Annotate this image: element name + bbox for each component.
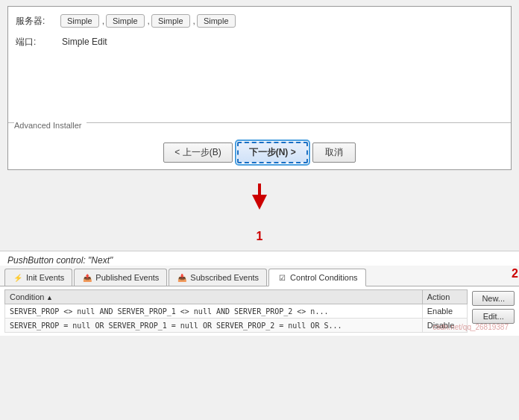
new-button[interactable]: New... [472,291,515,306]
advanced-installer-bar: Advanced Installer [8,122,511,137]
tab-control-conditions[interactable]: ☑ Control Conditions [268,269,366,286]
table-row[interactable]: SERVER_PROP <> null AND SERVER_PROP_1 <>… [5,304,468,319]
annotation-area: 1 [0,176,519,251]
dialog-buttons: < 上一步(B) 下一步(N) > 取消 [8,142,511,163]
port-value: Simple Edit [60,35,109,48]
server-row: 服务器: Simple , Simple , Simple , Simple [16,14,503,28]
arrow-head [252,195,267,210]
condition-column-header[interactable]: Condition [5,290,423,304]
cancel-button[interactable]: 取消 [312,142,356,163]
annotation-number-1: 1 [257,230,263,243]
panel-title: PushButton control: "Next" [0,251,519,266]
table-buttons: 2 New... Edit... csdn.net/qq_26819387 [472,289,515,333]
main-dialog: 服务器: Simple , Simple , Simple , Simple 端… [7,6,512,170]
table-area: Condition Action SERVER_PROP <> null AND… [0,286,519,336]
subscribed-events-icon: 📥 [177,272,187,283]
port-row: 端口: Simple Edit [16,35,503,48]
server-tag-2[interactable]: Simple [106,14,145,28]
condition-cell-1: SERVER_PROP <> null AND SERVER_PROP_1 <>… [5,304,423,319]
watermark: csdn.net/qq_26819387 [432,323,509,331]
advanced-installer-label: Advanced Installer [14,121,86,130]
tab-published-label: Published Events [95,273,159,282]
tab-conditions-label: Control Conditions [290,273,358,282]
action-cell-1: Enable [422,304,468,319]
port-label: 端口: [16,36,60,48]
tab-subscribed-label: Subscribed Events [190,273,259,282]
next-button[interactable]: 下一步(N) > [237,142,308,163]
server-tag-3[interactable]: Simple [151,14,190,28]
tab-init-label: Init Events [26,273,64,282]
server-tag-4[interactable]: Simple [197,14,236,28]
conditions-table: Condition Action SERVER_PROP <> null AND… [4,289,468,333]
back-button[interactable]: < 上一步(B) [163,142,232,163]
condition-cell-2: SERVER_PROP = null OR SERVER_PROP_1 = nu… [5,319,423,333]
server-label: 服务器: [16,15,60,28]
edit-button[interactable]: Edit... [472,309,515,324]
server-tag-1[interactable]: Simple [60,14,99,28]
tab-published-events[interactable]: 📤 Published Events [74,269,167,286]
control-conditions-icon: ☑ [277,272,287,283]
tabs-bar: ⚡ Init Events 📤 Published Events 📥 Subsc… [0,266,519,286]
tab-init-events[interactable]: ⚡ Init Events [4,269,72,286]
tab-subscribed-events[interactable]: 📥 Subscribed Events [169,269,267,286]
action-column-header[interactable]: Action [422,290,468,304]
init-events-icon: ⚡ [13,272,23,283]
published-events-icon: 📤 [82,272,92,283]
bottom-panel: PushButton control: "Next" ⚡ Init Events… [0,251,519,336]
annotation-number-2: 2 [512,267,518,280]
table-row[interactable]: SERVER_PROP = null OR SERVER_PROP_1 = nu… [5,319,468,333]
